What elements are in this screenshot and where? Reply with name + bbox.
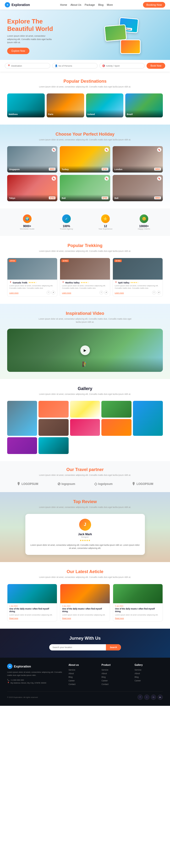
dest-overlay-maldives: Maldives bbox=[7, 110, 45, 117]
dest-name-paris: Paris bbox=[48, 113, 53, 116]
social-facebook-button[interactable]: f bbox=[137, 694, 143, 700]
gallery-item-6[interactable] bbox=[39, 419, 69, 436]
stat-experience: ⭐ 12 Year Experience bbox=[98, 214, 112, 230]
destination-card-brazil[interactable]: Brazil bbox=[125, 93, 163, 117]
trek-stars-1: ★★★★☆ bbox=[29, 281, 37, 284]
footer-link-about-2[interactable]: About bbox=[101, 672, 130, 675]
trek-badge-1: 15 Km bbox=[9, 259, 16, 262]
trek-meta-3: 📍 Spiti Valley ★★★★☆ bbox=[115, 281, 161, 284]
article-link-2[interactable]: Read more bbox=[62, 617, 108, 619]
footer-link-career-2[interactable]: Career bbox=[101, 679, 130, 682]
holiday-card-london[interactable]: 🔖 London $850 bbox=[113, 146, 163, 173]
gallery-item-2[interactable] bbox=[39, 401, 69, 417]
bookmark-icon-4[interactable]: 🔖 bbox=[52, 176, 56, 181]
nav-link-package[interactable]: Package bbox=[85, 3, 95, 6]
article-desc-3: Lorem ipsum dolor sit amet consectetur a… bbox=[115, 614, 161, 616]
gallery-item-7[interactable] bbox=[70, 419, 100, 436]
social-instagram-button[interactable]: in bbox=[151, 694, 156, 700]
footer-link-blog-2[interactable]: Blog bbox=[101, 676, 130, 678]
destination-card-paris[interactable]: Paris bbox=[47, 93, 84, 117]
footer-link-about-3[interactable]: About bbox=[135, 672, 163, 675]
review-subtitle: Lorem ipsum dolor sit amet, consectetur … bbox=[37, 506, 133, 509]
trek-footer-1: Learn more ♡ ↗ bbox=[9, 290, 55, 294]
bookmark-icon-3[interactable]: 🔖 bbox=[157, 148, 161, 152]
footer-link-blog-1[interactable]: Blog bbox=[69, 676, 97, 678]
trek-link-2[interactable]: Learn more bbox=[62, 292, 71, 294]
holiday-card-turkey[interactable]: 🔖 Turkey $750 bbox=[60, 146, 110, 173]
gallery-item-1[interactable] bbox=[7, 401, 37, 436]
stat-trusted-number: 100% bbox=[60, 224, 73, 228]
cta-search-button[interactable]: Search bbox=[106, 644, 121, 650]
social-twitter-button[interactable]: t bbox=[144, 694, 150, 700]
holiday-overlay-6: Bali $860 bbox=[113, 194, 163, 201]
nav-cta-button[interactable]: Booking Now bbox=[143, 2, 165, 8]
nav-link-more[interactable]: More bbox=[107, 3, 113, 6]
video-subtitle: Lorem ipsum dolor sit amet, consectetur … bbox=[37, 317, 133, 324]
holiday-card-bali2[interactable]: 🔖 Bali $860 bbox=[113, 175, 163, 201]
article-link-1[interactable]: Read more bbox=[9, 617, 55, 619]
video-play-button[interactable]: ▶ bbox=[80, 345, 90, 355]
gallery-item-3[interactable] bbox=[70, 401, 100, 417]
trek-link-3[interactable]: Learn more bbox=[115, 292, 124, 294]
trek-stars-3: ★★★★☆ bbox=[130, 281, 139, 284]
trek-link-1[interactable]: Learn more bbox=[9, 292, 18, 294]
gallery-title: Gallery bbox=[7, 386, 163, 391]
gallery-item-4[interactable] bbox=[101, 401, 131, 417]
worldwide-icon: 🌍 bbox=[23, 214, 32, 223]
bookmark-icon-2[interactable]: 🔖 bbox=[104, 148, 109, 152]
article-link-3[interactable]: Read more bbox=[115, 617, 161, 619]
trek-share-btn-1[interactable]: ↗ bbox=[51, 290, 55, 294]
bookmark-icon-1[interactable]: 🔖 bbox=[52, 148, 56, 152]
footer-link-contact-2[interactable]: Contact bbox=[101, 683, 130, 685]
trek-heart-btn-1[interactable]: ♡ bbox=[47, 290, 50, 294]
search-book-button[interactable]: Book Now bbox=[146, 63, 165, 69]
destination-card-maldives[interactable]: Maldives bbox=[7, 93, 45, 117]
nav-link-home[interactable]: Home bbox=[60, 3, 67, 6]
location-input[interactable] bbox=[11, 65, 48, 67]
footer-link-blog-3[interactable]: Blog bbox=[135, 676, 163, 678]
bookmark-icon-6[interactable]: 🔖 bbox=[157, 176, 161, 181]
footer-link-service-3[interactable]: Service bbox=[135, 669, 163, 671]
gallery-item-8[interactable] bbox=[101, 419, 131, 436]
video-title: Inspirational Video bbox=[7, 311, 163, 316]
gallery-item-10[interactable] bbox=[39, 437, 69, 454]
footer-link-service-1[interactable]: Service bbox=[69, 669, 97, 671]
holiday-card-tokyo[interactable]: 🔖 Tokyo $750 bbox=[7, 175, 57, 201]
footer-col-product: Product Service About Blog Career Contac… bbox=[101, 664, 130, 687]
social-youtube-button[interactable]: ▶ bbox=[158, 694, 163, 700]
stat-clients: 😊 10000+ Happy Client's bbox=[138, 214, 150, 230]
trek-heart-btn-2[interactable]: ♡ bbox=[99, 290, 103, 294]
nav-link-blog[interactable]: Blog bbox=[98, 3, 103, 6]
hero-explore-button[interactable]: Explore Now bbox=[7, 48, 30, 54]
footer-link-about-1[interactable]: About bbox=[69, 672, 97, 675]
footer-link-service-2[interactable]: Service bbox=[101, 669, 130, 671]
trek-share-btn-3[interactable]: ↗ bbox=[157, 290, 161, 294]
trek-heart-btn-3[interactable]: ♡ bbox=[152, 290, 156, 294]
bookmark-icon-5[interactable]: 🔖 bbox=[104, 176, 109, 181]
footer-link-career-3[interactable]: Career bbox=[135, 679, 163, 682]
footer-col-gallery-title: Gallery bbox=[135, 664, 163, 666]
gallery-item-9[interactable] bbox=[7, 437, 37, 454]
footer-link-contact-1[interactable]: Contact bbox=[69, 683, 97, 685]
gallery-item-5[interactable] bbox=[133, 401, 163, 436]
holiday-subtitle: Lorem ipsum dolor sit amet, consectetur … bbox=[37, 138, 133, 142]
gallery-img-9 bbox=[7, 437, 37, 454]
footer-link-career-1[interactable]: Career bbox=[69, 679, 97, 682]
popular-destinations-section: Popular Destinations Lorem ipsum dolor s… bbox=[0, 72, 170, 125]
stat-worldwide-label: Worldwide Guide bbox=[20, 228, 34, 230]
trek-name-3: Spiti Valley bbox=[118, 281, 130, 284]
partners-logos-row: 🎙 LOGOPSUM ⊘ logopsum ◇ logolpsum 🎙 LOGO… bbox=[7, 482, 163, 486]
gallery-section: Gallery Lorem ipsum dolor sit amet, cons… bbox=[0, 379, 170, 461]
trek-meta-2: 📍 Markha Valley ★★★★☆ bbox=[62, 281, 108, 284]
trek-meta-1: 📍 Gamada Trekk ★★★★☆ bbox=[9, 281, 55, 284]
destination-card-iceland[interactable]: Iceland bbox=[86, 93, 124, 117]
nav-link-about[interactable]: About Us bbox=[71, 3, 81, 6]
cta-search-input[interactable] bbox=[49, 644, 106, 650]
holiday-card-singapore[interactable]: 🔖 Singapore $800 bbox=[7, 146, 57, 173]
people-input[interactable] bbox=[58, 65, 95, 67]
holiday-card-bali1[interactable]: 🔖 Bali $750 bbox=[60, 175, 110, 201]
activity-input[interactable] bbox=[106, 65, 142, 67]
nav-logo-icon: ✦ bbox=[5, 2, 10, 7]
trek-share-btn-2[interactable]: ↗ bbox=[104, 290, 108, 294]
article-date-3: 5 Jan 2024 bbox=[115, 605, 161, 607]
